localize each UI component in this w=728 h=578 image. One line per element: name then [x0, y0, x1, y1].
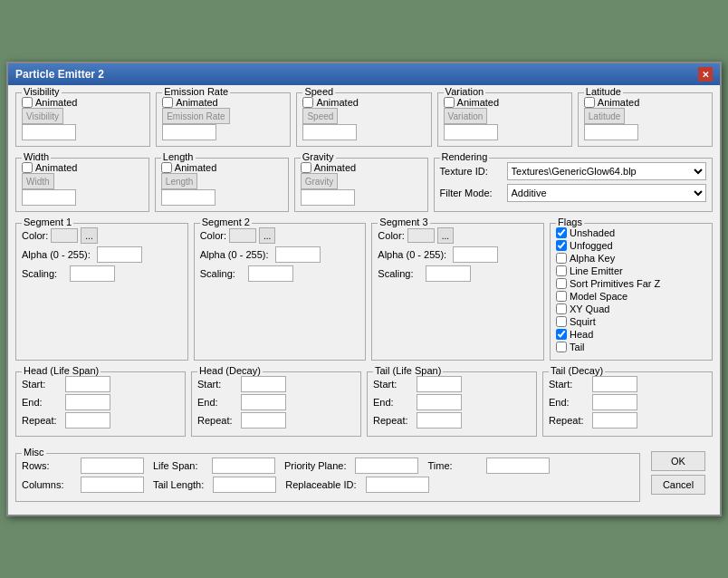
flags-item-7: Squirt	[556, 316, 706, 327]
tail-life-span-group: Tail (Life Span) Start: 0 End: 0 Repeat:…	[367, 371, 537, 437]
hd-repeat-label: Repeat:	[197, 415, 238, 426]
segment3-scaling-label: Scaling:	[378, 268, 423, 279]
segment3-alpha-value[interactable]: 0	[453, 246, 498, 263]
segment3-color-swatch[interactable]	[407, 228, 435, 243]
speed-animated-label: Animated	[316, 97, 358, 108]
flags-item-label-8: Head	[570, 329, 593, 340]
width-value[interactable]: 0	[22, 189, 76, 206]
latitude-label: Latitude	[584, 86, 623, 97]
segment1-scaling-value[interactable]: 10	[70, 265, 115, 282]
hls-start-value[interactable]: 0	[65, 376, 110, 392]
latitude-value[interactable]: 180	[584, 124, 638, 140]
flags-checkbox-xy-quad[interactable]	[556, 303, 567, 314]
flags-checkbox-unshaded[interactable]	[556, 227, 567, 238]
tls-repeat-label: Repeat:	[373, 415, 414, 426]
length-group: Length Animated Length 0	[155, 158, 289, 212]
flags-item-6: XY Quad	[556, 303, 706, 314]
tls-start-value[interactable]: 0	[417, 376, 462, 392]
gravity-value[interactable]: 0	[301, 189, 355, 206]
flags-item-3: Line Emitter	[556, 265, 706, 276]
segment2-alpha-value[interactable]: 255	[275, 246, 321, 263]
flags-checkbox-model-space[interactable]	[556, 291, 567, 302]
flags-item-5: Model Space	[556, 291, 706, 302]
flags-item-0: Unshaded	[556, 227, 706, 238]
td-end-value[interactable]: 0	[592, 394, 637, 410]
width-group: Width Animated Width 0	[15, 158, 149, 212]
rows-value[interactable]: 1	[81, 458, 144, 474]
columns-value[interactable]: 1	[81, 477, 144, 493]
speed-label: Speed	[302, 86, 335, 97]
length-animated-checkbox[interactable]	[161, 162, 172, 173]
td-end-label: End:	[549, 397, 589, 408]
rendering-label: Rendering	[440, 151, 490, 162]
latitude-animated-checkbox[interactable]	[584, 97, 595, 108]
segment1-color-swatch[interactable]	[51, 228, 78, 243]
filter-mode-label: Filter Mode:	[440, 188, 503, 198]
tail-decay-label: Tail (Decay)	[549, 365, 605, 376]
variation-btn[interactable]: Variation	[444, 108, 488, 124]
hd-start-value[interactable]: 0	[241, 376, 286, 392]
width-btn[interactable]: Width	[22, 173, 54, 189]
rows-label: Rows:	[22, 460, 72, 471]
tail-life-span-label: Tail (Life Span)	[373, 365, 443, 376]
segment3-scaling-value[interactable]: 0	[426, 265, 471, 282]
visibility-animated-checkbox[interactable]	[22, 97, 33, 108]
length-value[interactable]: 0	[161, 189, 216, 206]
td-repeat-value[interactable]: 1	[592, 412, 637, 429]
life-span-value[interactable]: 2.124	[212, 458, 275, 474]
flags-checkbox-tail[interactable]	[556, 342, 567, 352]
priority-plane-value[interactable]: 0	[355, 458, 418, 474]
hls-repeat-value[interactable]: 1	[65, 412, 110, 429]
speed-value[interactable]: 30	[302, 124, 357, 140]
variation-value[interactable]: 0.15	[444, 124, 498, 140]
flags-checkbox-line-emitter[interactable]	[556, 265, 567, 276]
segment3-color-btn[interactable]: ...	[437, 227, 454, 244]
tls-end-value[interactable]: 0	[417, 394, 462, 410]
time-value[interactable]: 0.357	[486, 458, 550, 474]
flags-checkbox-unfogged[interactable]	[556, 240, 567, 251]
td-start-value[interactable]: 0	[592, 376, 637, 392]
flags-checkbox-alpha-key[interactable]	[556, 253, 567, 264]
flags-checkbox-sort-primitives-far-z[interactable]	[556, 278, 567, 289]
emission-btn[interactable]: Emission Rate	[162, 108, 229, 124]
segment1-color-btn[interactable]: ...	[81, 227, 97, 244]
segment2-scaling-value[interactable]: 13	[248, 265, 293, 282]
gravity-btn[interactable]: Gravity	[301, 173, 339, 189]
emission-animated-checkbox[interactable]	[162, 97, 173, 108]
segment1-alpha-value[interactable]: 0	[97, 246, 142, 263]
replaceable-id-label: Replaceable ID:	[285, 479, 356, 490]
texture-id-select[interactable]: Textures\GenericGlow64.blp	[507, 162, 706, 180]
td-repeat-label: Repeat:	[549, 415, 589, 426]
flags-checkbox-head[interactable]	[556, 329, 567, 340]
segment2-label: Segment 2	[200, 217, 252, 227]
replaceable-id-value[interactable]: 2	[366, 477, 429, 493]
dialog: Particle Emitter 2 ✕ Visibility Animated…	[6, 62, 722, 516]
flags-item-9: Tail	[556, 342, 706, 352]
filter-mode-select[interactable]: AdditiveBlendModulateNone	[507, 184, 706, 202]
segment2-color-btn[interactable]: ...	[259, 227, 275, 244]
flags-item-label-1: Unfogged	[570, 240, 613, 251]
close-button[interactable]: ✕	[698, 67, 713, 82]
hls-end-value[interactable]: 0	[65, 394, 110, 410]
flags-checkbox-squirt[interactable]	[556, 316, 567, 327]
variation-animated-checkbox[interactable]	[444, 97, 455, 108]
width-animated-checkbox[interactable]	[22, 162, 33, 173]
speed-animated-checkbox[interactable]	[302, 97, 313, 108]
length-btn[interactable]: Length	[161, 173, 198, 189]
gravity-animated-checkbox[interactable]	[301, 162, 311, 173]
cancel-button[interactable]: Cancel	[651, 475, 705, 495]
hd-end-value[interactable]: 0	[241, 394, 286, 410]
visibility-value[interactable]: 1	[22, 124, 76, 140]
latitude-btn[interactable]: Latitude	[584, 108, 626, 124]
hd-repeat-value[interactable]: 1	[241, 412, 286, 429]
width-label: Width	[22, 151, 51, 162]
tls-repeat-value[interactable]: 1	[417, 412, 462, 429]
speed-btn[interactable]: Speed	[302, 108, 338, 124]
hls-repeat-label: Repeat:	[22, 415, 62, 426]
priority-plane-label: Priority Plane:	[284, 460, 346, 471]
emission-rate-value[interactable]: 15	[162, 124, 216, 140]
ok-button[interactable]: OK	[651, 451, 705, 471]
visibility-btn[interactable]: Visibility	[22, 108, 63, 124]
segment2-color-swatch[interactable]	[229, 228, 256, 243]
tail-length-value[interactable]: 1	[213, 477, 276, 493]
